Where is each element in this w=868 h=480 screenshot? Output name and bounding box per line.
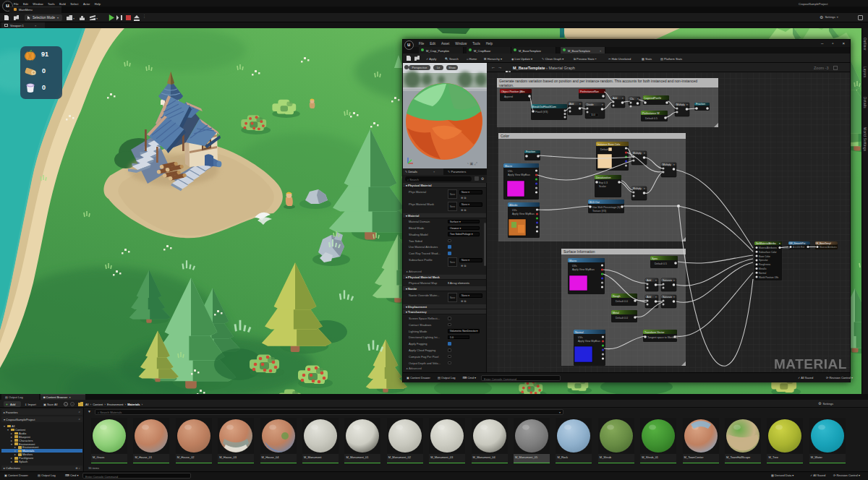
svg-text:Exp 0.3: Exp 0.3 bbox=[599, 181, 608, 184]
svg-text:▾: ▾ bbox=[673, 163, 675, 166]
svg-text:Multiply: Multiply bbox=[633, 187, 642, 190]
svg-text:▾: ▾ bbox=[637, 98, 639, 100]
svg-text:Normal: Normal bbox=[575, 331, 584, 334]
svg-text:Albedo: Albedo bbox=[509, 204, 517, 207]
svg-text:LayeredPosGr: LayeredPosGr bbox=[644, 97, 662, 100]
svg-text:Add: Add bbox=[613, 97, 617, 100]
svg-text:Desaturation: Desaturation bbox=[596, 176, 610, 179]
svg-text:Saturate: Saturate bbox=[663, 279, 672, 282]
svg-text:BreakOutFloat3Com: BreakOutFloat3Com bbox=[532, 106, 556, 108]
svg-text:Texture (V3): Texture (V3) bbox=[592, 210, 606, 213]
svg-text:Transform Vector: Transform Vector bbox=[644, 331, 665, 334]
svg-text:▾: ▾ bbox=[779, 242, 780, 245]
svg-text:Rslt: Rslt bbox=[801, 246, 804, 249]
svg-text:Normal: Normal bbox=[759, 272, 767, 275]
svg-text:MaterialAttributes: MaterialAttributes bbox=[759, 247, 777, 249]
svg-text:Fraction: Fraction bbox=[696, 103, 705, 106]
svg-text:Apply View MipBias: Apply View MipBias bbox=[578, 340, 600, 343]
svg-text:Object Position (Abs: Object Position (Abs bbox=[501, 90, 525, 93]
svg-text:Macro: Macro bbox=[505, 165, 512, 168]
svg-text:Metal: Metal bbox=[613, 312, 619, 314]
svg-text:Apply View MipBias: Apply View MipBias bbox=[512, 213, 535, 215]
svg-text:Append: Append bbox=[504, 95, 513, 98]
svg-text:▾: ▾ bbox=[579, 103, 581, 106]
svg-text:Fraction: Fraction bbox=[526, 150, 535, 153]
svg-text:Apply View MipBias: Apply View MipBias bbox=[508, 173, 530, 176]
svg-text:10.0: 10.0 bbox=[591, 113, 595, 116]
svg-text:SetMaterialAttribu: SetMaterialAttribu bbox=[756, 242, 776, 245]
svg-text:Default 0.5: Default 0.5 bbox=[645, 117, 658, 120]
svg-text:Material Attributes: Material Attributes bbox=[820, 246, 838, 249]
svg-text:UVs: UVs bbox=[572, 265, 577, 267]
svg-text:Specular: Specular bbox=[759, 259, 769, 262]
svg-text:World Position Offs: World Position Offs bbox=[759, 276, 779, 279]
svg-text:Metallic: Metallic bbox=[759, 267, 767, 270]
svg-text:Float3 (V3): Float3 (V3) bbox=[535, 111, 548, 113]
svg-text:A 0.016: A 0.016 bbox=[793, 246, 801, 249]
svg-text:Multiply: Multiply bbox=[663, 163, 671, 166]
svg-text:Default 0.5: Default 0.5 bbox=[655, 262, 667, 265]
svg-text:Color: Color bbox=[501, 134, 509, 138]
svg-text:Add: Add bbox=[569, 103, 574, 106]
svg-text:▾: ▾ bbox=[686, 103, 688, 106]
svg-text:MATERIAL: MATERIAL bbox=[774, 356, 847, 372]
svg-text:PerInstance W: PerInstance W bbox=[642, 112, 660, 115]
svg-text:Apply View MipBias: Apply View MipBias bbox=[572, 268, 595, 271]
svg-text:Tangent space to World Sp: Tangent space to World Sp bbox=[647, 336, 678, 339]
svg-text:Generate random variation base: Generate random variation based on posit… bbox=[499, 79, 697, 83]
svg-text:▾: ▾ bbox=[644, 152, 645, 155]
svg-text:▾: ▾ bbox=[655, 296, 657, 299]
svg-text:Surface Information: Surface Information bbox=[563, 249, 595, 254]
svg-text:Multiply: Multiply bbox=[676, 103, 685, 106]
svg-text:Macro: Macro bbox=[569, 260, 576, 262]
svg-text:DF_SmoothPoi: DF_SmoothPoi bbox=[790, 242, 806, 245]
svg-text:UVs: UVs bbox=[508, 170, 513, 173]
svg-text:Cla: Cla bbox=[630, 98, 634, 100]
svg-text:▾: ▾ bbox=[622, 97, 624, 100]
svg-text:Add: Add bbox=[647, 279, 651, 282]
svg-text:M_BaseTempl: M_BaseTempl bbox=[817, 242, 831, 245]
svg-text:Add: Add bbox=[647, 296, 651, 299]
svg-text:Default 0.0: Default 0.0 bbox=[616, 300, 628, 303]
svg-text:Roughness: Roughness bbox=[759, 263, 771, 266]
svg-text:Divide: Divide bbox=[587, 103, 594, 106]
svg-text:▾: ▾ bbox=[644, 187, 645, 190]
svg-text:▾: ▾ bbox=[673, 279, 675, 282]
svg-text:Spec: Spec bbox=[652, 257, 658, 260]
svg-text:Multiply: Multiply bbox=[633, 152, 642, 155]
svg-text:Default: Default bbox=[600, 148, 608, 151]
svg-text:Use Shift Percentage (S): Use Shift Percentage (S) bbox=[592, 206, 621, 209]
svg-text:Base Color: Base Color bbox=[759, 255, 771, 258]
svg-text:▾: ▾ bbox=[655, 279, 657, 282]
svg-text:Scalar: Scalar bbox=[599, 185, 607, 188]
svg-text:▾: ▾ bbox=[602, 103, 603, 106]
svg-text:Default 0.0: Default 0.0 bbox=[616, 317, 628, 320]
svg-text:UVs: UVs bbox=[512, 209, 517, 212]
svg-text:▾: ▾ bbox=[673, 296, 675, 299]
svg-text:UVs: UVs bbox=[578, 336, 583, 339]
svg-text:BLD Out: BLD Out bbox=[590, 201, 600, 204]
svg-text:variation.: variation. bbox=[499, 83, 514, 87]
svg-text:Instance Base Colo: Instance Base Colo bbox=[597, 143, 620, 146]
svg-text:Rough: Rough bbox=[613, 295, 621, 298]
svg-text:Saturate: Saturate bbox=[663, 296, 672, 299]
svg-text:PerInstanceRan: PerInstanceRan bbox=[580, 90, 599, 93]
svg-text:Subsurface Color: Subsurface Color bbox=[759, 251, 778, 254]
